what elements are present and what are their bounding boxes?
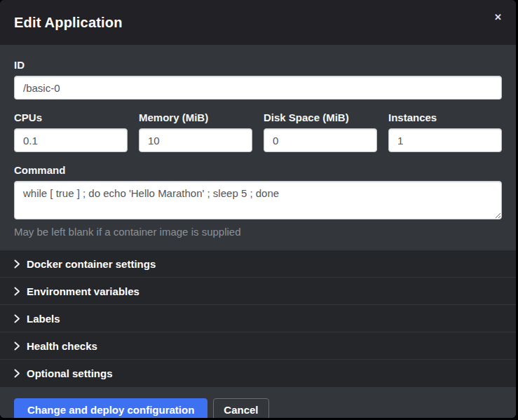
cpus-input[interactable]: [14, 128, 128, 152]
section-labels[interactable]: Labels: [0, 305, 516, 332]
section-environment-variables[interactable]: Environment variables: [0, 278, 516, 305]
cancel-button[interactable]: Cancel: [213, 398, 268, 418]
id-field-group: ID: [14, 59, 502, 100]
id-label: ID: [14, 59, 502, 71]
resources-row: CPUs Memory (MiB) Disk Space (MiB) Insta…: [14, 111, 502, 152]
cpus-field-group: CPUs: [14, 111, 128, 152]
command-field-group: Command while [ true ] ; do echo 'Hello …: [14, 164, 502, 238]
close-icon[interactable]: ✕: [491, 10, 505, 25]
memory-label: Memory (MiB): [139, 111, 252, 123]
modal-body: ID CPUs Memory (MiB) Disk Space (MiB) In…: [0, 45, 516, 250]
cpus-label: CPUs: [14, 111, 128, 123]
edit-application-modal: Edit Application ✕ ID CPUs Memory (MiB) …: [0, 0, 516, 418]
section-label: Environment variables: [27, 285, 139, 297]
command-label: Command: [14, 164, 502, 176]
memory-input[interactable]: [139, 128, 252, 152]
disk-input[interactable]: [264, 128, 377, 152]
change-and-deploy-button[interactable]: Change and deploy configuration: [14, 398, 207, 418]
modal-title: Edit Application: [14, 15, 123, 31]
disk-field-group: Disk Space (MiB): [264, 111, 377, 152]
section-docker-container-settings[interactable]: Docker container settings: [0, 250, 516, 278]
instances-label: Instances: [388, 111, 502, 123]
chevron-right-icon: [14, 369, 20, 378]
chevron-right-icon: [14, 259, 20, 269]
chevron-right-icon: [14, 287, 20, 296]
section-health-checks[interactable]: Health checks: [0, 332, 516, 360]
section-optional-settings[interactable]: Optional settings: [0, 360, 516, 387]
memory-field-group: Memory (MiB): [139, 111, 252, 152]
chevron-right-icon: [14, 341, 20, 351]
instances-field-group: Instances: [388, 111, 502, 152]
instances-input[interactable]: [388, 128, 502, 152]
disk-label: Disk Space (MiB): [264, 111, 377, 123]
section-label: Health checks: [27, 340, 97, 352]
modal-footer: Change and deploy configuration Cancel: [0, 387, 516, 418]
chevron-right-icon: [14, 314, 20, 323]
section-label: Docker container settings: [27, 258, 156, 270]
command-textarea[interactable]: while [ true ] ; do echo 'Hello Marathon…: [14, 181, 502, 219]
section-label: Labels: [27, 313, 60, 325]
accordion-sections: Docker container settings Environment va…: [0, 250, 516, 387]
id-input[interactable]: [14, 76, 502, 100]
section-label: Optional settings: [27, 367, 113, 379]
modal-header: Edit Application ✕: [0, 0, 516, 45]
command-help-text: May be left blank if a container image i…: [14, 226, 502, 238]
